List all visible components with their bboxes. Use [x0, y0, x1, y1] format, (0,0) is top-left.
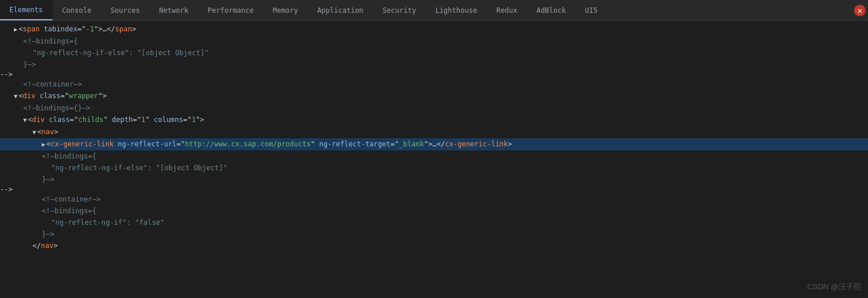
expand-triangle[interactable]: ▼: [23, 115, 27, 125]
code-line-highlighted[interactable]: ▶ <cx-generic-link ng-reflect-url="http:…: [0, 138, 868, 150]
code-line: <!—container—>: [0, 193, 868, 205]
tab-performance[interactable]: Performance: [199, 0, 264, 20]
code-line: }—>: [0, 174, 868, 185]
code-line: <!—bindings={: [0, 35, 868, 47]
code-line[interactable]: ▼ <div class="wrapper" >: [0, 90, 868, 102]
tab-lighthouse[interactable]: Lighthouse: [426, 0, 487, 20]
expand-triangle[interactable]: ▶: [42, 139, 45, 150]
code-line: </nav>: [0, 240, 868, 252]
code-line[interactable]: ▶ <span tabindex="-1" >…</span>: [0, 23, 868, 35]
code-line: "ng-reflect-ng-if-else": "[object Object…: [0, 162, 868, 174]
tab-network[interactable]: Network: [150, 0, 199, 20]
tab-ui5[interactable]: UI5: [576, 0, 608, 20]
tab-security[interactable]: Security: [373, 0, 426, 20]
code-line: <!—bindings={: [0, 150, 868, 162]
tab-application[interactable]: Application: [308, 0, 373, 20]
code-line: }—>: [0, 228, 868, 240]
code-line[interactable]: ▼ <nav>: [0, 126, 868, 138]
watermark: CSDN @汪子熙: [807, 282, 861, 292]
tab-elements[interactable]: Elements: [0, 0, 53, 20]
tab-sources[interactable]: Sources: [101, 0, 150, 20]
expand-triangle[interactable]: ▼: [33, 127, 36, 138]
code-line: }—>: [0, 59, 868, 70]
code-line: <!—bindings={}—>: [0, 102, 868, 114]
devtools-close-button[interactable]: ✕: [854, 5, 866, 16]
tab-adblock[interactable]: AdBlock: [527, 0, 576, 20]
code-line: <!—container—>: [0, 78, 868, 90]
expand-triangle[interactable]: ▶: [14, 24, 17, 35]
tab-console[interactable]: Console: [53, 0, 102, 20]
expand-triangle[interactable]: ▼: [14, 91, 17, 102]
elements-panel: ▶ <span tabindex="-1" >…</span> <!—bindi…: [0, 21, 868, 298]
code-line: "ng-reflect-ng-if-else": "[object Object…: [0, 47, 868, 59]
code-line[interactable]: ▼ <div class="childs" depth="1" columns=…: [0, 114, 868, 126]
code-line: <!—bindings={: [0, 205, 868, 217]
tab-redux[interactable]: Redux: [487, 0, 527, 20]
tab-memory[interactable]: Memory: [264, 0, 308, 20]
code-line: "ng-reflect-ng-if": "false": [0, 217, 868, 228]
tab-bar: Elements Console Sources Network Perform…: [0, 0, 868, 21]
